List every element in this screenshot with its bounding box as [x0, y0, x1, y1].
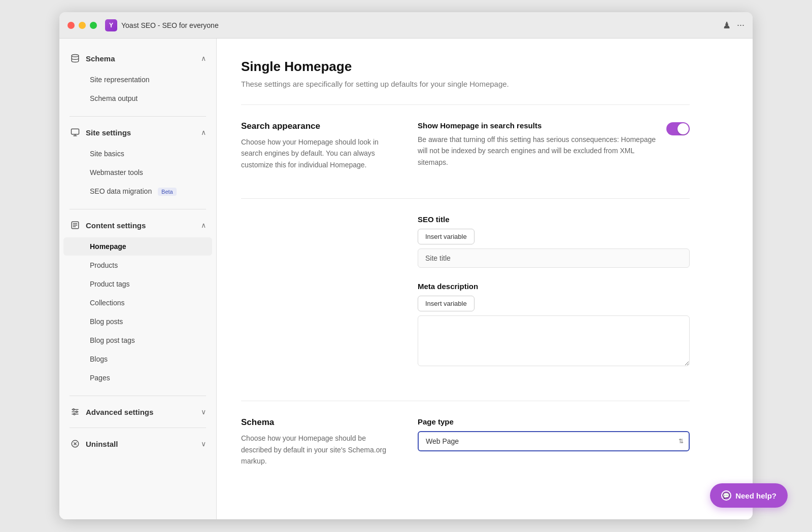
site-settings-section-label: Site settings [86, 128, 131, 137]
page-type-field-section: Page type Web Page About Page Contact Pa… [418, 417, 690, 451]
sidebar-item-site-representation[interactable]: Site representation [63, 70, 212, 89]
seo-title-field-section: SEO title Insert variable [418, 215, 690, 268]
document-icon [70, 220, 81, 231]
svg-point-11 [73, 409, 75, 410]
sidebar: Schema ∧ Site representation Schema outp… [59, 39, 217, 519]
maximize-button[interactable] [90, 22, 97, 29]
sidebar-item-homepage[interactable]: Homepage [63, 237, 212, 256]
need-help-button[interactable]: 💬 Need help? [710, 483, 788, 508]
uninstall-section-label: Uninstall [86, 440, 118, 448]
seo-title-insert-variable-button[interactable]: Insert variable [418, 229, 475, 244]
sidebar-item-blog-posts[interactable]: Blog posts [63, 312, 212, 331]
sidebar-item-pages[interactable]: Pages [63, 369, 212, 387]
close-button[interactable] [67, 22, 75, 29]
show-homepage-toggle-label: Show Homepage in search results [418, 121, 658, 130]
meta-description-input[interactable] [418, 315, 690, 366]
meta-description-label: Meta description [418, 282, 690, 291]
seo-title-label: SEO title [418, 215, 690, 224]
sidebar-item-product-tags[interactable]: Product tags [63, 275, 212, 293]
schema-section-label: Schema [86, 54, 115, 63]
database-icon [70, 53, 81, 64]
sidebar-section-content-settings: Content settings ∧ Homepage Products Pro… [59, 214, 216, 392]
titlebar-content: Y Yoast SEO - SEO for everyone [105, 19, 723, 31]
schema-section-title: Schema [241, 417, 393, 428]
sidebar-item-products[interactable]: Products [63, 256, 212, 274]
sidebar-item-seo-data-migration[interactable]: SEO data migration Beta [63, 182, 212, 200]
toggle-check-icon: ✓ [682, 125, 687, 131]
seo-title-input[interactable] [418, 249, 690, 268]
sidebar-item-blogs[interactable]: Blogs [63, 350, 212, 368]
sliders-icon [70, 406, 81, 417]
content-settings-section-label: Content settings [86, 221, 146, 230]
chat-icon: 💬 [721, 490, 731, 501]
sidebar-section-schema-header[interactable]: Schema ∧ [59, 47, 216, 70]
show-homepage-toggle-row: Show Homepage in search results Be aware… [418, 121, 690, 168]
minimize-button[interactable] [79, 22, 86, 29]
schema-items: Site representation Schema output [59, 70, 216, 112]
site-settings-chevron-icon: ∧ [201, 128, 206, 136]
svg-point-13 [74, 413, 75, 415]
uninstall-chevron-icon: ∨ [201, 440, 206, 448]
sidebar-section-site-settings: Site settings ∧ Site basics Webmaster to… [59, 121, 216, 205]
show-homepage-toggle[interactable]: ✓ [666, 122, 690, 135]
beta-badge: Beta [158, 188, 177, 196]
meta-description-insert-variable-button[interactable]: Insert variable [418, 296, 475, 311]
more-options-icon[interactable]: ··· [737, 20, 745, 30]
page-title: Single Homepage [241, 59, 690, 75]
sidebar-section-content-settings-header[interactable]: Content settings ∧ [59, 214, 216, 237]
sidebar-section-advanced-settings: Advanced settings ∨ [59, 400, 216, 423]
content-settings-items: Homepage Products Product tags Collectio… [59, 237, 216, 392]
schema-section: Schema Choose how your Homepage should b… [241, 417, 690, 467]
schema-chevron-icon: ∧ [201, 54, 206, 62]
sidebar-section-uninstall: Uninstall ∨ [59, 432, 216, 455]
need-help-label: Need help? [735, 491, 776, 500]
sidebar-item-site-basics[interactable]: Site basics [63, 145, 212, 163]
app-title: Yoast SEO - SEO for everyone [121, 21, 219, 29]
advanced-settings-section-label: Advanced settings [86, 408, 153, 416]
sidebar-section-site-settings-header[interactable]: Site settings ∧ [59, 121, 216, 144]
content-settings-chevron-icon: ∧ [201, 221, 206, 229]
sidebar-item-webmaster-tools[interactable]: Webmaster tools [63, 163, 212, 182]
sidebar-section-uninstall-header[interactable]: Uninstall ∨ [59, 432, 216, 455]
show-homepage-toggle-desc: Be aware that turning off this setting h… [418, 134, 658, 168]
schema-section-desc: Choose how your Homepage should be descr… [241, 433, 393, 467]
search-appearance-title: Search appearance [241, 121, 393, 131]
sidebar-item-schema-output[interactable]: Schema output [63, 89, 212, 108]
page-subtitle: These settings are specifically for sett… [241, 80, 690, 88]
sidebar-section-schema: Schema ∧ Site representation Schema outp… [59, 47, 216, 112]
page-type-label: Page type [418, 417, 690, 426]
app-icon: Y [105, 19, 117, 31]
svg-point-0 [72, 55, 79, 57]
site-settings-items: Site basics Webmaster tools SEO data mig… [59, 145, 216, 205]
traffic-lights [67, 22, 97, 29]
page-type-select-wrapper: Web Page About Page Contact Page FAQ Pag… [418, 431, 690, 451]
content-area: Single Homepage These settings are speci… [217, 39, 753, 519]
advanced-settings-chevron-icon: ∨ [201, 408, 206, 416]
meta-description-field-section: Meta description Insert variable [418, 282, 690, 368]
titlebar: Y Yoast SEO - SEO for everyone ♟ ··· [59, 12, 753, 39]
svg-rect-1 [72, 129, 79, 134]
seo-title-section: SEO title Insert variable Meta descripti… [241, 215, 690, 382]
circle-x-icon [70, 438, 81, 449]
search-appearance-section: Search appearance Choose how your Homepa… [241, 121, 690, 180]
sidebar-item-blog-post-tags[interactable]: Blog post tags [63, 331, 212, 349]
titlebar-actions: ♟ ··· [723, 20, 745, 31]
user-icon[interactable]: ♟ [723, 20, 731, 31]
monitor-icon [70, 127, 81, 138]
sidebar-item-collections[interactable]: Collections [63, 294, 212, 312]
svg-point-12 [76, 411, 78, 413]
page-type-select[interactable]: Web Page About Page Contact Page FAQ Pag… [418, 431, 690, 451]
search-appearance-desc: Choose how your Homepage should look in … [241, 136, 393, 170]
sidebar-section-advanced-settings-header[interactable]: Advanced settings ∨ [59, 400, 216, 423]
